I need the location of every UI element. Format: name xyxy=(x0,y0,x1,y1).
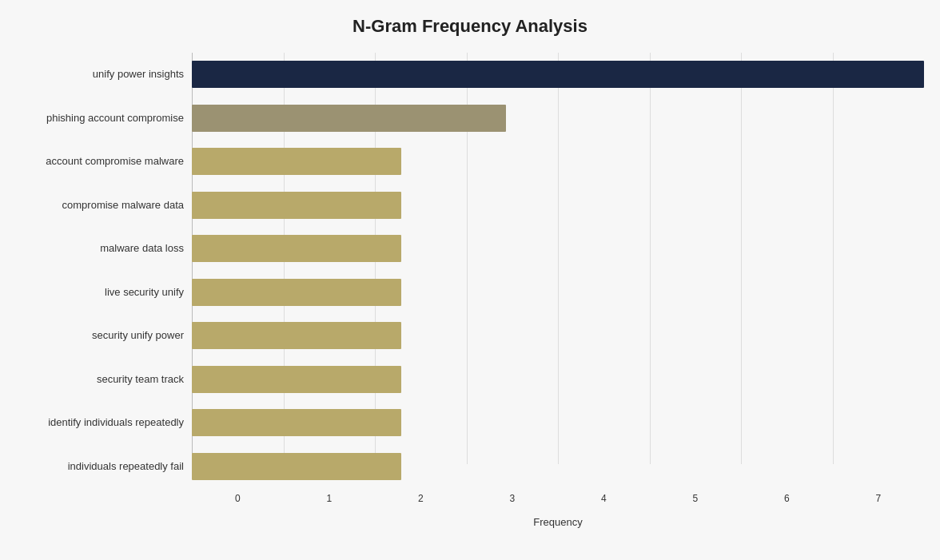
bar xyxy=(192,322,401,349)
y-label: account compromise malware xyxy=(46,141,184,181)
bar xyxy=(192,105,506,132)
bar xyxy=(192,192,401,219)
bar-row xyxy=(192,403,924,443)
x-tick: 1 xyxy=(284,488,376,512)
bar-row xyxy=(192,447,924,487)
bar-row xyxy=(192,272,924,312)
x-tick: 6 xyxy=(741,488,833,512)
x-tick: 3 xyxy=(467,488,559,512)
bar xyxy=(192,409,401,436)
bar-row xyxy=(192,54,924,94)
y-label: individuals repeatedly fail xyxy=(68,447,184,487)
y-axis: unify power insightsphishing account com… xyxy=(16,53,192,512)
bars-wrapper xyxy=(192,53,924,488)
bar xyxy=(192,366,401,393)
y-label: unify power insights xyxy=(93,54,184,94)
plot-area: Frequency 01234567 xyxy=(192,53,924,512)
y-label: identify individuals repeatedly xyxy=(48,403,184,443)
bar-row xyxy=(192,316,924,355)
bar xyxy=(192,61,924,88)
y-label: phishing account compromise xyxy=(46,98,184,138)
x-axis: Frequency 01234567 xyxy=(192,488,924,512)
chart-container: N-Gram Frequency Analysis unify power in… xyxy=(0,0,940,560)
x-tick: 0 xyxy=(192,488,284,512)
chart-title: N-Gram Frequency Analysis xyxy=(352,16,588,37)
bar-row xyxy=(192,141,924,181)
x-tick: 4 xyxy=(558,488,650,512)
bar-row xyxy=(192,185,924,225)
x-tick: 5 xyxy=(650,488,742,512)
y-label: live security unify xyxy=(105,272,184,312)
x-tick: 7 xyxy=(833,488,925,512)
bar-row xyxy=(192,359,924,399)
bar-row xyxy=(192,98,924,138)
x-axis-label: Frequency xyxy=(192,516,924,528)
y-label: security unify power xyxy=(92,316,184,355)
y-label: malware data loss xyxy=(100,228,184,268)
x-tick: 2 xyxy=(375,488,467,512)
bar xyxy=(192,235,401,262)
y-label: security team track xyxy=(97,359,184,399)
y-label: compromise malware data xyxy=(62,185,184,225)
bar xyxy=(192,453,401,480)
bar xyxy=(192,148,401,175)
chart-area: unify power insightsphishing account com… xyxy=(16,53,924,512)
bar-row xyxy=(192,228,924,268)
bar xyxy=(192,279,401,306)
